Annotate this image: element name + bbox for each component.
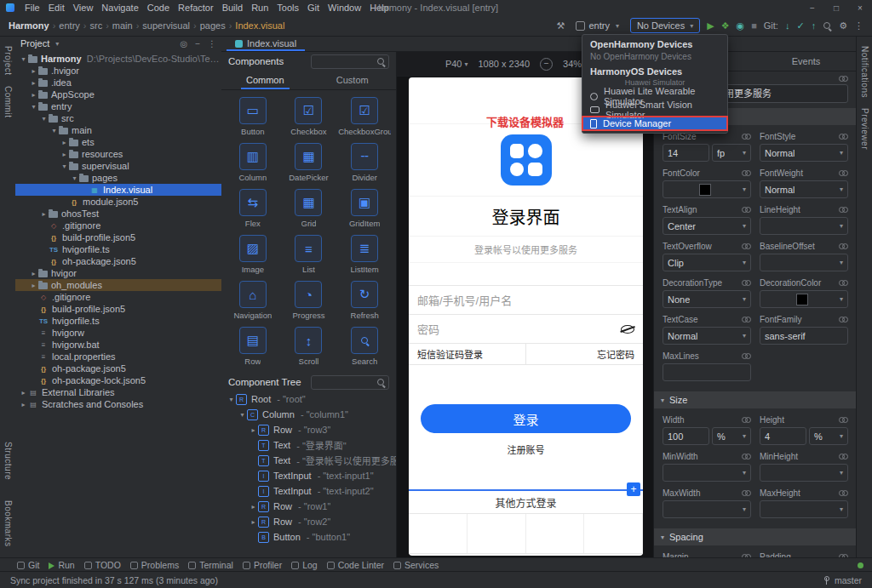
link-icon[interactable] (742, 454, 751, 460)
link-icon[interactable] (839, 76, 848, 82)
link-icon[interactable] (742, 134, 751, 140)
component-navigation[interactable]: ⌂Navigation (225, 281, 281, 320)
fontsize-unit-select[interactable]: fp▾ (712, 144, 751, 162)
minheight-select[interactable]: ▾ (760, 464, 848, 482)
settings-gear-icon[interactable]: ⚙ (839, 20, 847, 31)
project-tree-item-hvigorfile-ts[interactable]: TShvigorfile.ts (15, 243, 221, 255)
menu-navigate[interactable]: Navigate (97, 3, 142, 13)
breadcrumb-main[interactable]: main (111, 20, 135, 31)
component-tree-search-input[interactable] (311, 375, 389, 390)
project-tree-item-hvigorfile-ts[interactable]: TShvigorfile.ts (15, 315, 221, 327)
component-tree-item-column[interactable]: ▾CColumn- "column1" (221, 407, 396, 422)
project-tree-item-build-profile-json5[interactable]: {}build-profile.json5 (15, 303, 221, 315)
git-update-button[interactable]: ↓ (785, 20, 790, 31)
username-input[interactable]: 邮箱/手机号/用户名 (409, 285, 643, 315)
breadcrumb-supervisual[interactable]: supervisual (141, 20, 192, 31)
project-tree-item-build-profile-json5[interactable]: {}build-profile.json5 (15, 231, 221, 243)
login-button[interactable]: 登录 (421, 404, 631, 433)
project-tree-item-module-json5[interactable]: {}module.json5 (15, 196, 221, 208)
minwidth-select[interactable]: ▾ (663, 464, 751, 482)
tree-arrow-icon[interactable]: ▸ (249, 426, 258, 434)
component-column[interactable]: ▥Column (225, 143, 281, 182)
component-list[interactable]: ≡List (281, 235, 337, 274)
tab-custom[interactable]: Custom (309, 71, 397, 89)
tree-arrow-icon[interactable]: ▾ (227, 396, 236, 403)
project-tree-item-gitignore[interactable]: ◇.gitignore (15, 220, 221, 231)
project-tree-item-main[interactable]: ▾main (15, 124, 221, 136)
section-size[interactable]: ▾Size (654, 391, 857, 408)
fontstyle-select[interactable]: Normal▾ (760, 144, 848, 162)
component-row[interactable]: ▤Row (225, 327, 281, 366)
project-tree-item-oh-package-json5[interactable]: {}oh-package.json5 (15, 255, 221, 267)
breadcrumb-pages[interactable]: pages (198, 20, 227, 31)
link-icon[interactable] (742, 207, 751, 213)
password-input[interactable]: 密码 (409, 315, 643, 344)
zoom-out-button[interactable]: − (540, 58, 553, 71)
tree-arrow-icon[interactable]: ▸ (249, 518, 258, 526)
component-tree-item-text[interactable]: TText- "登录帐号以使用更多服" (221, 453, 396, 468)
link-icon[interactable] (839, 207, 848, 213)
breadcrumb-index-visual[interactable]: Index.visual (233, 20, 286, 31)
forgot-password-link[interactable]: 忘记密码 (526, 344, 643, 364)
tree-arrow-icon[interactable]: ▸ (29, 67, 38, 75)
menu-window[interactable]: Window (324, 3, 365, 13)
tool-window-commit[interactable]: Commit (3, 86, 13, 117)
textcase-select[interactable]: Normal▾ (663, 327, 751, 345)
tool-window-button-code-linter[interactable]: Code Linter (327, 560, 384, 570)
menu-refactor[interactable]: Refactor (174, 3, 218, 13)
menu-view[interactable]: View (69, 3, 98, 13)
tree-arrow-icon[interactable]: ▾ (60, 163, 69, 170)
more-options-icon[interactable]: ⋮ (854, 20, 863, 31)
decorationtype-select[interactable]: None▾ (663, 290, 751, 308)
search-icon[interactable] (823, 21, 832, 31)
tree-arrow-icon[interactable]: ▸ (29, 282, 38, 289)
project-tree-item-resources[interactable]: ▸resources (15, 148, 221, 160)
tool-window-bookmarks[interactable]: Bookmarks (3, 500, 13, 547)
project-tree-item-local-properties[interactable]: ≡local.properties (15, 351, 221, 363)
fontfamily-input[interactable]: sans-serif (760, 327, 848, 345)
tool-window-button-terminal[interactable]: Terminal (188, 560, 233, 570)
device-profile-selector[interactable]: P40 ▾ (445, 59, 468, 69)
tool-window-notifications[interactable]: Notifications (860, 46, 869, 98)
tab-index-visual[interactable]: Index.visual (227, 36, 305, 51)
component-divider[interactable]: ╌Divider (336, 143, 393, 182)
project-tree-item-ets[interactable]: ▸ets (15, 136, 221, 148)
breadcrumb-harmony[interactable]: Harmony (7, 20, 51, 31)
maxheight-select[interactable]: ▾ (760, 500, 848, 518)
project-tree-item-ohostest[interactable]: ▸ohosTest (15, 208, 221, 220)
component-progress[interactable]: ◔Progress (281, 281, 337, 320)
login-title-text[interactable]: 登录界面 (409, 197, 643, 237)
link-icon[interactable] (839, 317, 848, 323)
project-tree-item-scratches-and-consoles[interactable]: ▸▤Scratches and Consoles (15, 398, 221, 410)
menu-tools[interactable]: Tools (272, 3, 303, 13)
tool-window-project[interactable]: Project (3, 46, 13, 76)
more-options-icon[interactable]: ⋮ (208, 39, 216, 49)
login-subtitle-text[interactable]: 登录帐号以使用更多服务 (409, 237, 643, 263)
project-tree-item-idea[interactable]: ▸.idea (15, 77, 221, 88)
project-panel-header[interactable]: Project ▾ ◎ − ⋮ (15, 36, 221, 52)
project-tree-item-harmony[interactable]: ▾HarmonyD:\Projects\DevEco-Studio\Test-P… (15, 53, 221, 65)
tree-arrow-icon[interactable]: ▸ (39, 210, 49, 218)
component-tree-item-textinput[interactable]: ITextInput- "text-input1" (221, 468, 396, 483)
menu-file[interactable]: File (20, 3, 44, 13)
build-icon[interactable]: ⚒ (557, 20, 565, 31)
component-refresh[interactable]: ↻Refresh (336, 281, 393, 320)
component-tree-item-textinput[interactable]: ITextInput- "text-input2" (221, 483, 396, 499)
width-unit-select[interactable]: %▾ (712, 427, 751, 445)
project-tree-item-entry[interactable]: ▾entry (15, 100, 221, 112)
project-tree-item-oh-package-lock-json5[interactable]: {}oh-package-lock.json5 (15, 374, 221, 386)
tree-arrow-icon[interactable]: ▾ (29, 103, 38, 111)
tab-events[interactable]: Events (755, 52, 857, 71)
textoverflow-select[interactable]: Clip▾ (663, 254, 751, 271)
fontsize-value-input[interactable]: 14 (663, 144, 709, 162)
tree-arrow-icon[interactable]: ▸ (19, 389, 28, 397)
tree-arrow-icon[interactable]: ▾ (70, 174, 79, 182)
breadcrumb-entry[interactable]: entry (57, 20, 81, 31)
stop-button[interactable]: ■ (751, 20, 757, 31)
close-icon[interactable]: × (848, 0, 872, 15)
component-checkboxgrou[interactable]: ☑CheckboxGrou (336, 97, 393, 136)
component-image[interactable]: ▨Image (225, 235, 281, 274)
project-tree-item-oh-package-json5[interactable]: {}oh-package.json5 (15, 363, 221, 374)
tool-window-button-todo[interactable]: TODO (84, 560, 121, 570)
tree-arrow-icon[interactable]: ▸ (60, 151, 69, 158)
